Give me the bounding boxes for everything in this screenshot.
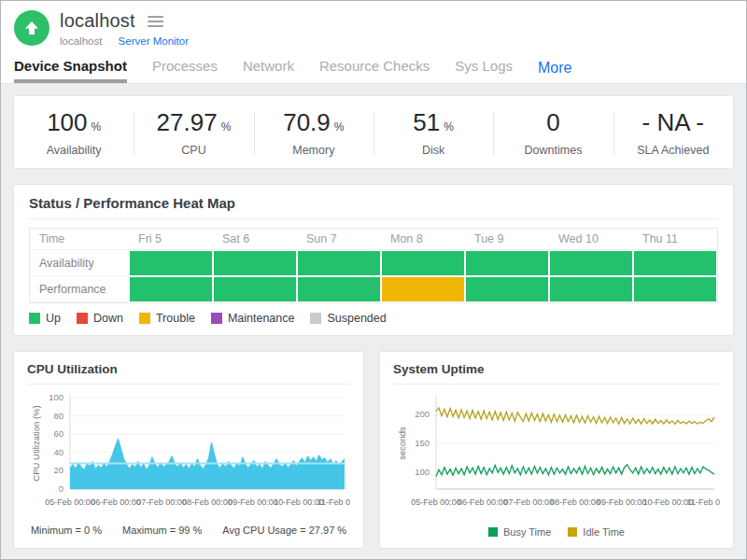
svg-text:80: 80 bbox=[53, 411, 63, 421]
cpu-stats-footer: Minimum = 0 %Maximum = 99 %Avg CPU Usage… bbox=[27, 525, 350, 536]
heatmap-cell-up[interactable] bbox=[549, 250, 633, 276]
heatmap-cell-up[interactable] bbox=[465, 250, 549, 276]
svg-text:06-Feb 00:00: 06-Feb 00:00 bbox=[91, 497, 141, 507]
heatmap-cell-up[interactable] bbox=[129, 250, 213, 276]
system-uptime-panel: System Uptime 10015020005-Feb 00:0006-Fe… bbox=[379, 351, 734, 549]
stat-label: Availability bbox=[14, 144, 134, 157]
stat-downtimes: 0Downtimes bbox=[493, 108, 613, 157]
stat-label: Memory bbox=[254, 144, 374, 157]
tab-resource-checks[interactable]: Resource Checks bbox=[319, 58, 430, 83]
stat-sla-achieved: - NA -SLA Achieved bbox=[613, 108, 733, 157]
stat-unit: % bbox=[444, 120, 454, 133]
cpu-chart-title: CPU Utilization bbox=[27, 362, 350, 385]
legend-swatch bbox=[310, 313, 321, 324]
heatmap-cell-up[interactable] bbox=[297, 276, 381, 302]
uptime-legend-busy-time: Busy Time bbox=[488, 526, 551, 538]
up-arrow-icon bbox=[22, 19, 41, 37]
tab-network[interactable]: Network bbox=[243, 58, 294, 83]
svg-text:100: 100 bbox=[49, 392, 63, 402]
system-uptime-chart: 10015020005-Feb 00:0006-Feb 00:0007-Feb … bbox=[393, 390, 720, 513]
legend-swatch bbox=[77, 313, 88, 324]
heatmap-cell-up[interactable] bbox=[213, 250, 297, 276]
svg-text:07-Feb 00:00: 07-Feb 00:00 bbox=[136, 497, 187, 507]
device-status-icon bbox=[14, 10, 49, 46]
svg-text:05-Feb 00:00: 05-Feb 00:00 bbox=[45, 497, 95, 507]
svg-text:CPU Utilization (%): CPU Utilization (%) bbox=[31, 405, 41, 481]
heatmap-cell-up[interactable] bbox=[381, 250, 465, 276]
summary-stats-panel: 100%Availability27.97%CPU70.9%Memory51%D… bbox=[13, 95, 734, 169]
stat-value: 100 bbox=[47, 108, 87, 137]
breadcrumb-host: localhost bbox=[60, 35, 102, 47]
cpu-utilization-chart: 02040608010005-Feb 00:0006-Feb 00:0007-F… bbox=[27, 390, 350, 513]
svg-text:07-Feb 00:00: 07-Feb 00:00 bbox=[504, 497, 555, 507]
heatmap-table: TimeFri 5Sat 6Sun 7Mon 8Tue 9Wed 10Thu 1… bbox=[29, 228, 718, 303]
svg-text:11-Feb 0: 11-Feb 0 bbox=[317, 497, 350, 507]
uptime-legend-idle-time: Idle Time bbox=[568, 526, 625, 538]
svg-text:200: 200 bbox=[415, 409, 430, 419]
stat-availability: 100%Availability bbox=[14, 108, 134, 157]
heatmap-title: Status / Performance Heat Map bbox=[29, 195, 718, 219]
stat-label: CPU bbox=[134, 144, 253, 157]
heatmap-cell-up[interactable] bbox=[633, 276, 717, 302]
svg-text:09-Feb 00:00: 09-Feb 00:00 bbox=[597, 497, 647, 507]
stat-value: - NA - bbox=[642, 108, 704, 137]
cpu-utilization-panel: CPU Utilization 02040608010005-Feb 00:00… bbox=[13, 351, 364, 549]
tab-bar: Device Snapshot Processes Network Resour… bbox=[1, 47, 746, 84]
heatmap-row-label: Performance bbox=[30, 276, 129, 302]
page-title: localhost bbox=[60, 10, 135, 32]
svg-text:10-Feb 00:00: 10-Feb 00:00 bbox=[643, 497, 694, 507]
heatmap-col-header: Fri 5 bbox=[129, 229, 213, 250]
svg-text:seconds: seconds bbox=[397, 427, 407, 460]
stat-unit: % bbox=[221, 120, 232, 133]
svg-text:150: 150 bbox=[415, 438, 430, 448]
legend-item-maintenance: Maintenance bbox=[211, 312, 295, 325]
stat-unit: % bbox=[334, 120, 345, 133]
legend-swatch bbox=[568, 527, 577, 537]
tab-device-snapshot[interactable]: Device Snapshot bbox=[14, 58, 127, 83]
heatmap-panel: Status / Performance Heat Map TimeFri 5S… bbox=[13, 184, 734, 336]
svg-text:11-Feb 0: 11-Feb 0 bbox=[687, 497, 720, 507]
uptime-chart-legend: Busy TimeIdle Time bbox=[393, 526, 720, 538]
heatmap-cell-up[interactable] bbox=[129, 276, 213, 302]
heatmap-cell-up[interactable] bbox=[213, 276, 297, 302]
legend-swatch bbox=[29, 313, 40, 324]
heatmap-legend: UpDownTroubleMaintenanceSuspended bbox=[29, 312, 718, 325]
legend-swatch bbox=[488, 527, 498, 537]
legend-item-suspended: Suspended bbox=[310, 312, 386, 325]
uptime-chart-title: System Uptime bbox=[393, 362, 720, 385]
heatmap-cell-trouble[interactable] bbox=[381, 276, 465, 302]
stat-disk: 51%Disk bbox=[374, 108, 493, 157]
legend-item-trouble: Trouble bbox=[139, 312, 195, 325]
main-content: 100%Availability27.97%CPU70.9%Memory51%D… bbox=[1, 84, 746, 560]
heatmap-col-header: Mon 8 bbox=[381, 229, 465, 250]
breadcrumb-server-monitor-link[interactable]: Server Monitor bbox=[119, 35, 189, 47]
legend-item-up: Up bbox=[29, 312, 61, 325]
svg-text:40: 40 bbox=[53, 447, 63, 457]
tab-processes[interactable]: Processes bbox=[152, 58, 218, 83]
stat-label: Disk bbox=[374, 144, 493, 157]
stat-cpu: 27.97%CPU bbox=[134, 108, 253, 157]
cpu-stat-text: Minimum = 0 % bbox=[31, 525, 102, 536]
tab-sys-logs[interactable]: Sys Logs bbox=[455, 58, 513, 83]
svg-text:60: 60 bbox=[53, 428, 63, 439]
tab-more[interactable]: More bbox=[538, 60, 571, 83]
legend-item-down: Down bbox=[77, 312, 123, 325]
legend-swatch bbox=[211, 313, 222, 324]
svg-text:20: 20 bbox=[53, 465, 63, 475]
svg-text:100: 100 bbox=[415, 467, 430, 477]
stat-memory: 70.9%Memory bbox=[254, 108, 374, 157]
heatmap-cell-up[interactable] bbox=[633, 250, 717, 276]
heatmap-col-header: Wed 10 bbox=[549, 229, 633, 250]
heatmap-cell-up[interactable] bbox=[549, 276, 633, 302]
heatmap-col-header: Time bbox=[30, 229, 129, 250]
cpu-stat-text: Avg CPU Usage = 27.97 % bbox=[222, 525, 346, 536]
menu-icon[interactable] bbox=[148, 13, 163, 30]
heatmap-cell-up[interactable] bbox=[465, 276, 549, 302]
heatmap-col-header: Tue 9 bbox=[465, 229, 549, 250]
app-header: localhost localhost Server Monitor bbox=[1, 1, 746, 47]
svg-text:08-Feb 00:00: 08-Feb 00:00 bbox=[550, 497, 600, 507]
svg-text:09-Feb 00:00: 09-Feb 00:00 bbox=[228, 497, 278, 507]
heatmap-cell-up[interactable] bbox=[297, 250, 381, 276]
heatmap-col-header: Sun 7 bbox=[297, 229, 381, 250]
svg-text:05-Feb 00:00: 05-Feb 00:00 bbox=[411, 497, 461, 507]
